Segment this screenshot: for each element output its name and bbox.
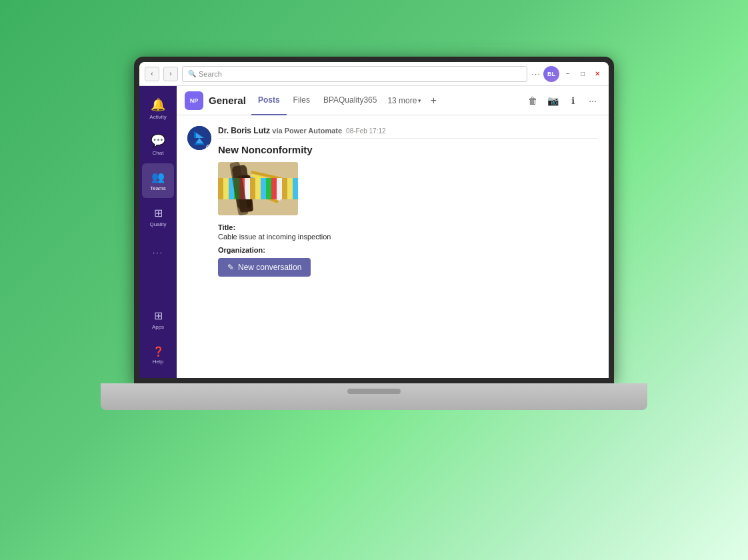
user-avatar: BL: [543, 66, 559, 82]
minimize-button[interactable]: −: [562, 68, 574, 80]
sidebar-item-help[interactable]: ❓ Help: [142, 338, 174, 373]
message-body: Dr. Boris Lutz via Power Automate 08-Feb…: [218, 126, 598, 277]
more-options-button[interactable]: ···: [531, 69, 541, 79]
tab-bpa[interactable]: BPAQuality365: [317, 86, 384, 115]
info-button[interactable]: ℹ: [565, 93, 581, 109]
sidebar-label-apps: Apps: [152, 324, 164, 330]
sidebar-item-more[interactable]: ···: [142, 235, 174, 270]
message-via: via Power Automate: [272, 127, 342, 135]
quality-icon: ⊞: [154, 207, 163, 219]
forward-button[interactable]: ›: [163, 67, 178, 81]
sidebar: 🔔 Activity 💬 Chat 👥 Teams ⊞ Quality: [139, 86, 177, 378]
tabs-row: Posts Files BPAQuality365 13 more ▾: [251, 86, 519, 115]
search-icon: 🔍: [188, 70, 196, 77]
laptop-base: [101, 383, 647, 410]
laptop-screen: ‹ › 🔍 Search ··· BL −: [134, 57, 614, 383]
message-timestamp: 08-Feb 17:12: [346, 127, 386, 135]
sidebar-item-chat[interactable]: 💬 Chat: [142, 127, 174, 162]
svg-rect-5: [237, 175, 253, 213]
tab-posts[interactable]: Posts: [251, 86, 287, 115]
svg-line-8: [251, 179, 285, 187]
new-conversation-label: New conversation: [238, 263, 301, 272]
message-content: New Nonconformity: [218, 140, 598, 277]
message-header-line: Dr. Boris Lutz via Power Automate 08-Feb…: [218, 126, 598, 139]
sidebar-item-activity[interactable]: 🔔 Activity: [142, 91, 174, 126]
channel-name: General: [209, 95, 246, 106]
title-bar: ‹ › 🔍 Search ··· BL −: [139, 62, 609, 86]
svg-rect-4: [218, 162, 298, 215]
channel-badge: NP: [185, 91, 203, 110]
laptop: ‹ › 🔍 Search ··· BL −: [101, 57, 647, 523]
apps-icon: ⊞: [154, 309, 163, 322]
chevron-down-icon: ▾: [418, 97, 421, 104]
chat-icon: 💬: [151, 133, 165, 148]
search-bar[interactable]: 🔍 Search: [182, 66, 527, 82]
svg-line-9: [251, 182, 285, 191]
sidebar-item-apps[interactable]: ⊞ Apps: [142, 302, 174, 337]
window-controls: ··· BL − □ ✕: [531, 66, 603, 82]
svg-line-10: [251, 185, 283, 195]
maximize-button[interactable]: □: [577, 68, 589, 80]
content-area: NP General Posts Files BPAQuality365: [177, 86, 609, 378]
nonconformity-title: New Nonconformity: [218, 144, 598, 155]
header-actions: 🗑 📷 ℹ ···: [525, 93, 601, 109]
sidebar-label-quality: Quality: [150, 221, 167, 227]
help-icon: ❓: [153, 346, 164, 357]
message-area: Dr. Boris Lutz via Power Automate 08-Feb…: [177, 115, 609, 378]
svg-line-11: [251, 189, 281, 199]
online-indicator: [206, 145, 211, 150]
teams-icon: 👥: [151, 171, 165, 183]
cable-image: [218, 162, 298, 215]
new-conversation-button[interactable]: ✎ New conversation: [218, 258, 311, 277]
tab-files[interactable]: Files: [287, 86, 317, 115]
close-button[interactable]: ✕: [591, 68, 603, 80]
video-button[interactable]: 📷: [545, 93, 561, 109]
sidebar-item-quality[interactable]: ⊞ Quality: [142, 199, 174, 234]
cable-wire-image: [218, 162, 298, 215]
activity-icon: 🔔: [151, 97, 165, 112]
add-tab-button[interactable]: +: [425, 93, 441, 109]
field-organization-label: Organization:: [218, 246, 598, 254]
tab-more-button[interactable]: 13 more ▾: [383, 86, 425, 115]
sidebar-item-teams[interactable]: 👥 Teams: [142, 163, 174, 198]
message-sender: Dr. Boris Lutz via Power Automate: [218, 126, 342, 135]
field-title-label: Title: Cable issue at incoming inspectio…: [218, 223, 598, 241]
header-more-button[interactable]: ···: [585, 93, 601, 109]
sidebar-label-activity: Activity: [149, 114, 166, 120]
sidebar-label-chat: Chat: [153, 150, 164, 156]
more-icon: ···: [153, 248, 163, 257]
delete-button[interactable]: 🗑: [525, 93, 541, 109]
message-card: Dr. Boris Lutz via Power Automate 08-Feb…: [187, 126, 598, 277]
new-conversation-icon: ✎: [227, 263, 234, 272]
search-placeholder: Search: [199, 70, 222, 78]
sidebar-label-help: Help: [153, 359, 163, 365]
back-button[interactable]: ‹: [145, 67, 159, 81]
message-avatar: [187, 126, 211, 150]
app-layout: 🔔 Activity 💬 Chat 👥 Teams ⊞ Quality: [139, 86, 609, 378]
sidebar-label-teams: Teams: [150, 185, 166, 191]
channel-header: NP General Posts Files BPAQuality365: [177, 86, 609, 115]
